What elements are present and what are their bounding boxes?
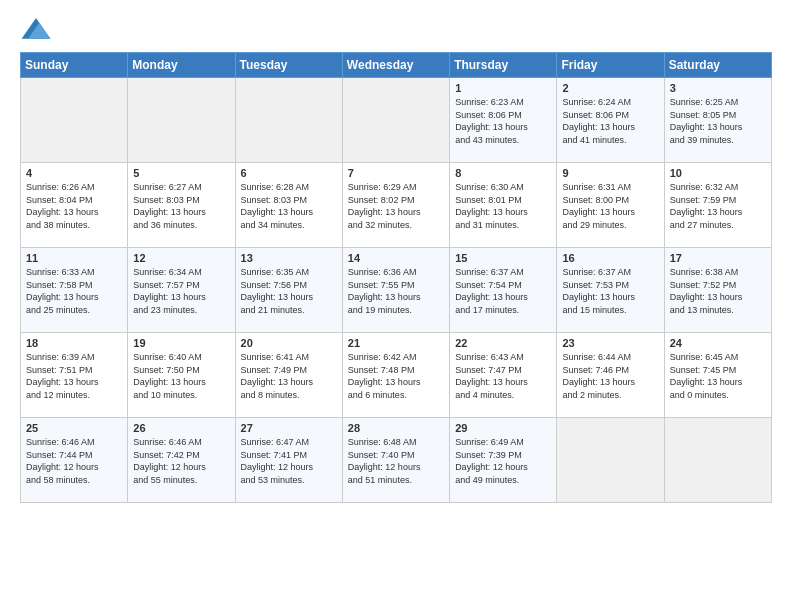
calendar-day-cell: 13Sunrise: 6:35 AM Sunset: 7:56 PM Dayli… [235,248,342,333]
day-info: Sunrise: 6:41 AM Sunset: 7:49 PM Dayligh… [241,351,337,401]
day-number: 26 [133,422,229,434]
day-of-week-header: Tuesday [235,53,342,78]
calendar-day-cell: 16Sunrise: 6:37 AM Sunset: 7:53 PM Dayli… [557,248,664,333]
day-info: Sunrise: 6:49 AM Sunset: 7:39 PM Dayligh… [455,436,551,486]
day-info: Sunrise: 6:27 AM Sunset: 8:03 PM Dayligh… [133,181,229,231]
calendar-day-cell: 18Sunrise: 6:39 AM Sunset: 7:51 PM Dayli… [21,333,128,418]
day-number: 3 [670,82,766,94]
calendar-week-row: 1Sunrise: 6:23 AM Sunset: 8:06 PM Daylig… [21,78,772,163]
calendar-day-cell: 10Sunrise: 6:32 AM Sunset: 7:59 PM Dayli… [664,163,771,248]
day-info: Sunrise: 6:46 AM Sunset: 7:44 PM Dayligh… [26,436,122,486]
calendar-day-cell: 12Sunrise: 6:34 AM Sunset: 7:57 PM Dayli… [128,248,235,333]
day-info: Sunrise: 6:24 AM Sunset: 8:06 PM Dayligh… [562,96,658,146]
calendar-day-cell: 29Sunrise: 6:49 AM Sunset: 7:39 PM Dayli… [450,418,557,503]
calendar-day-cell: 14Sunrise: 6:36 AM Sunset: 7:55 PM Dayli… [342,248,449,333]
logo-icon [20,16,52,44]
day-info: Sunrise: 6:47 AM Sunset: 7:41 PM Dayligh… [241,436,337,486]
day-info: Sunrise: 6:36 AM Sunset: 7:55 PM Dayligh… [348,266,444,316]
calendar-day-cell: 4Sunrise: 6:26 AM Sunset: 8:04 PM Daylig… [21,163,128,248]
calendar-day-cell [664,418,771,503]
day-number: 29 [455,422,551,434]
day-number: 7 [348,167,444,179]
calendar-day-cell: 3Sunrise: 6:25 AM Sunset: 8:05 PM Daylig… [664,78,771,163]
day-info: Sunrise: 6:46 AM Sunset: 7:42 PM Dayligh… [133,436,229,486]
calendar-day-cell: 20Sunrise: 6:41 AM Sunset: 7:49 PM Dayli… [235,333,342,418]
day-number: 8 [455,167,551,179]
day-of-week-header: Sunday [21,53,128,78]
day-number: 4 [26,167,122,179]
calendar-day-cell: 6Sunrise: 6:28 AM Sunset: 8:03 PM Daylig… [235,163,342,248]
calendar-day-cell: 27Sunrise: 6:47 AM Sunset: 7:41 PM Dayli… [235,418,342,503]
day-number: 25 [26,422,122,434]
day-number: 24 [670,337,766,349]
calendar-day-cell: 26Sunrise: 6:46 AM Sunset: 7:42 PM Dayli… [128,418,235,503]
day-info: Sunrise: 6:42 AM Sunset: 7:48 PM Dayligh… [348,351,444,401]
calendar-day-cell [557,418,664,503]
day-info: Sunrise: 6:44 AM Sunset: 7:46 PM Dayligh… [562,351,658,401]
day-info: Sunrise: 6:28 AM Sunset: 8:03 PM Dayligh… [241,181,337,231]
day-number: 21 [348,337,444,349]
calendar-day-cell: 22Sunrise: 6:43 AM Sunset: 7:47 PM Dayli… [450,333,557,418]
day-number: 14 [348,252,444,264]
calendar-week-row: 11Sunrise: 6:33 AM Sunset: 7:58 PM Dayli… [21,248,772,333]
calendar-day-cell: 7Sunrise: 6:29 AM Sunset: 8:02 PM Daylig… [342,163,449,248]
logo [20,16,56,44]
day-of-week-header: Saturday [664,53,771,78]
day-number: 15 [455,252,551,264]
day-number: 11 [26,252,122,264]
day-number: 1 [455,82,551,94]
calendar-day-cell [21,78,128,163]
calendar-day-cell [342,78,449,163]
calendar-day-cell: 17Sunrise: 6:38 AM Sunset: 7:52 PM Dayli… [664,248,771,333]
day-info: Sunrise: 6:33 AM Sunset: 7:58 PM Dayligh… [26,266,122,316]
days-of-week-row: SundayMondayTuesdayWednesdayThursdayFrid… [21,53,772,78]
day-number: 10 [670,167,766,179]
calendar-day-cell: 24Sunrise: 6:45 AM Sunset: 7:45 PM Dayli… [664,333,771,418]
calendar-table: SundayMondayTuesdayWednesdayThursdayFrid… [20,52,772,503]
day-number: 28 [348,422,444,434]
day-number: 27 [241,422,337,434]
day-info: Sunrise: 6:26 AM Sunset: 8:04 PM Dayligh… [26,181,122,231]
day-number: 5 [133,167,229,179]
day-info: Sunrise: 6:25 AM Sunset: 8:05 PM Dayligh… [670,96,766,146]
day-info: Sunrise: 6:35 AM Sunset: 7:56 PM Dayligh… [241,266,337,316]
day-info: Sunrise: 6:32 AM Sunset: 7:59 PM Dayligh… [670,181,766,231]
day-number: 13 [241,252,337,264]
calendar-day-cell: 5Sunrise: 6:27 AM Sunset: 8:03 PM Daylig… [128,163,235,248]
day-number: 20 [241,337,337,349]
calendar-day-cell [235,78,342,163]
calendar-day-cell: 19Sunrise: 6:40 AM Sunset: 7:50 PM Dayli… [128,333,235,418]
calendar-day-cell: 8Sunrise: 6:30 AM Sunset: 8:01 PM Daylig… [450,163,557,248]
day-info: Sunrise: 6:39 AM Sunset: 7:51 PM Dayligh… [26,351,122,401]
calendar-header: SundayMondayTuesdayWednesdayThursdayFrid… [21,53,772,78]
calendar-week-row: 25Sunrise: 6:46 AM Sunset: 7:44 PM Dayli… [21,418,772,503]
calendar-day-cell: 28Sunrise: 6:48 AM Sunset: 7:40 PM Dayli… [342,418,449,503]
day-of-week-header: Thursday [450,53,557,78]
day-number: 22 [455,337,551,349]
day-of-week-header: Monday [128,53,235,78]
day-number: 23 [562,337,658,349]
day-of-week-header: Wednesday [342,53,449,78]
day-of-week-header: Friday [557,53,664,78]
day-number: 12 [133,252,229,264]
calendar-day-cell [128,78,235,163]
page: SundayMondayTuesdayWednesdayThursdayFrid… [0,0,792,612]
day-info: Sunrise: 6:37 AM Sunset: 7:53 PM Dayligh… [562,266,658,316]
day-info: Sunrise: 6:31 AM Sunset: 8:00 PM Dayligh… [562,181,658,231]
calendar-day-cell: 9Sunrise: 6:31 AM Sunset: 8:00 PM Daylig… [557,163,664,248]
day-info: Sunrise: 6:30 AM Sunset: 8:01 PM Dayligh… [455,181,551,231]
calendar-week-row: 18Sunrise: 6:39 AM Sunset: 7:51 PM Dayli… [21,333,772,418]
day-info: Sunrise: 6:37 AM Sunset: 7:54 PM Dayligh… [455,266,551,316]
day-info: Sunrise: 6:29 AM Sunset: 8:02 PM Dayligh… [348,181,444,231]
calendar-day-cell: 23Sunrise: 6:44 AM Sunset: 7:46 PM Dayli… [557,333,664,418]
day-info: Sunrise: 6:40 AM Sunset: 7:50 PM Dayligh… [133,351,229,401]
calendar-body: 1Sunrise: 6:23 AM Sunset: 8:06 PM Daylig… [21,78,772,503]
day-info: Sunrise: 6:34 AM Sunset: 7:57 PM Dayligh… [133,266,229,316]
calendar-day-cell: 1Sunrise: 6:23 AM Sunset: 8:06 PM Daylig… [450,78,557,163]
calendar-day-cell: 15Sunrise: 6:37 AM Sunset: 7:54 PM Dayli… [450,248,557,333]
calendar-week-row: 4Sunrise: 6:26 AM Sunset: 8:04 PM Daylig… [21,163,772,248]
calendar-day-cell: 11Sunrise: 6:33 AM Sunset: 7:58 PM Dayli… [21,248,128,333]
day-number: 19 [133,337,229,349]
day-info: Sunrise: 6:48 AM Sunset: 7:40 PM Dayligh… [348,436,444,486]
calendar-day-cell: 2Sunrise: 6:24 AM Sunset: 8:06 PM Daylig… [557,78,664,163]
